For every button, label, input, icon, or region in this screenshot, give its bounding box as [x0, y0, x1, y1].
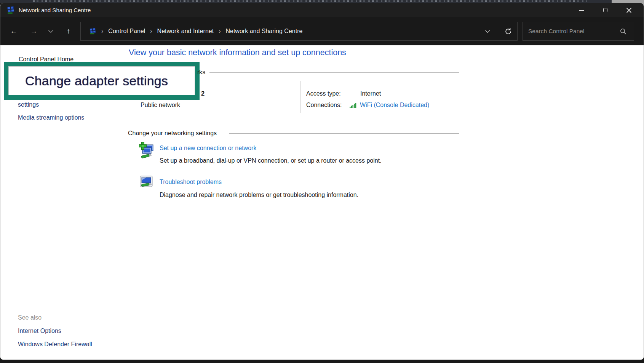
connection-link-wifi[interactable]: WiFi (Console Dedicated)	[360, 102, 429, 109]
navigation-bar: ← → ↑ › Control Panel › Network and Inte…	[0, 17, 644, 45]
forward-button[interactable]: →	[27, 25, 40, 37]
access-type-value: Internet	[360, 90, 381, 97]
back-button[interactable]: ←	[7, 25, 20, 37]
active-networks-label-clipped: rks	[197, 69, 205, 76]
page-title: View your basic network information and …	[129, 48, 346, 58]
close-button[interactable]	[617, 3, 641, 17]
wifi-signal-icon	[350, 102, 356, 108]
minimize-button[interactable]	[570, 3, 593, 17]
sidebar-item-windows-defender-firewall[interactable]: Windows Defender Firewall	[18, 341, 92, 348]
sidebar-item-internet-options[interactable]: Internet Options	[18, 328, 61, 334]
connections-label: Connections:	[306, 102, 342, 109]
task-link-troubleshoot[interactable]: Troubleshoot problems	[160, 179, 222, 185]
forward-icon: →	[30, 27, 38, 35]
refresh-button[interactable]	[500, 22, 516, 40]
section-rule	[229, 133, 459, 134]
new-connection-icon	[139, 142, 154, 159]
task-description: Set up a broadband, dial-up or VPN conne…	[160, 157, 382, 164]
recent-pages-button[interactable]	[44, 25, 57, 37]
maximize-icon	[603, 8, 607, 12]
network-sharing-centre-window: Network and Sharing Centre ← → ↑ › Cont	[0, 3, 644, 360]
change-adapter-settings-label: Change adapter settings	[8, 74, 168, 88]
task-link-setup-connection[interactable]: Set up a new connection or network	[160, 145, 256, 152]
content-area: Control Panel Home Change adapter settin…	[0, 45, 644, 360]
back-icon: ←	[10, 27, 18, 35]
window-title: Network and Sharing Centre	[19, 7, 91, 13]
breadcrumb: › Control Panel › Network and Internet ›…	[80, 22, 518, 41]
column-divider	[300, 81, 300, 113]
sidebar-item-media-streaming-options[interactable]: Media streaming options	[18, 114, 84, 121]
chevron-down-icon	[48, 28, 53, 33]
up-icon: ↑	[67, 27, 70, 35]
breadcrumb-item-control-panel[interactable]: Control Panel	[108, 28, 145, 35]
section-rule	[209, 72, 459, 73]
caption-buttons	[570, 3, 641, 17]
clipped-text-artifact	[30, 0, 586, 2]
control-panel-icon	[89, 28, 96, 35]
breadcrumb-separator-icon: ›	[219, 28, 221, 35]
search-icon[interactable]	[620, 28, 627, 35]
up-button[interactable]: ↑	[62, 25, 75, 37]
network-app-icon	[6, 6, 15, 14]
titlebar: Network and Sharing Centre	[0, 3, 644, 17]
maximize-button[interactable]	[593, 3, 617, 17]
breadcrumb-item-network-and-internet[interactable]: Network and Internet	[157, 28, 214, 35]
breadcrumb-separator-icon: ›	[101, 28, 103, 35]
refresh-icon	[505, 28, 512, 35]
breadcrumb-separator-icon: ›	[150, 28, 152, 35]
sidebar-item-advanced-sharing-settings-clipped[interactable]: settings	[18, 101, 39, 108]
task-description: Diagnose and repair network problems or …	[160, 192, 358, 198]
background-window-sliver	[0, 0, 644, 3]
breadcrumb-item-network-and-sharing-centre[interactable]: Network and Sharing Centre	[225, 28, 302, 35]
change-adapter-settings-callout[interactable]: Change adapter settings	[4, 62, 200, 100]
close-icon	[626, 7, 632, 13]
networking-settings-header: Change your networking settings	[128, 130, 217, 137]
network-type-label: Public network	[141, 102, 180, 109]
access-type-label: Access type:	[306, 90, 341, 97]
address-dropdown-button[interactable]	[480, 22, 495, 40]
minimize-icon	[579, 10, 584, 11]
troubleshoot-icon	[140, 176, 153, 188]
chevron-down-icon	[485, 28, 490, 33]
network-name-fragment: 2	[201, 90, 205, 97]
search-input[interactable]	[523, 22, 634, 41]
see-also-heading: See also	[18, 314, 42, 321]
